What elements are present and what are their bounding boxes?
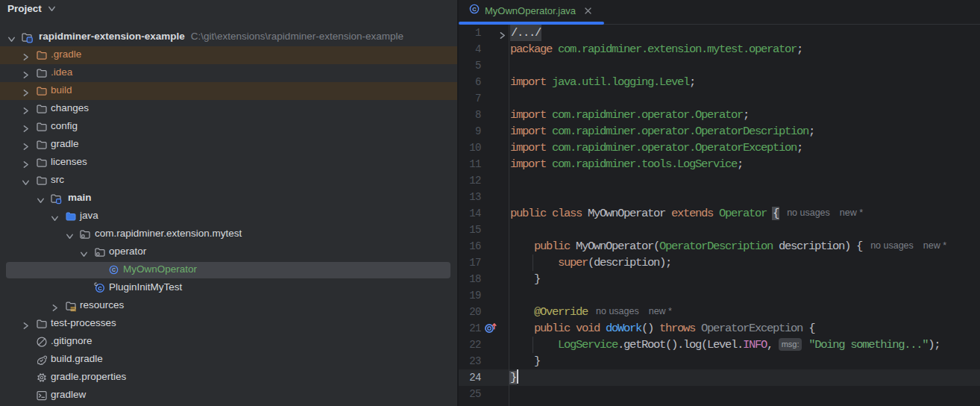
svg-text:C: C	[472, 6, 477, 13]
svg-text:C: C	[98, 285, 102, 292]
svg-text:C: C	[112, 267, 116, 272]
